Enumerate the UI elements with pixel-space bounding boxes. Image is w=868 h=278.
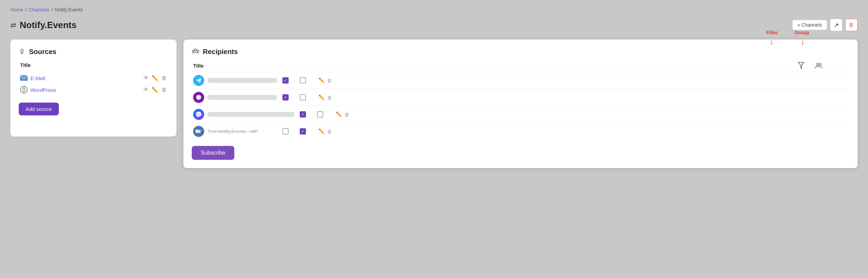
recipient-row-vk: Test Notify.Events - WP ✏️ 🗑 — [192, 123, 849, 140]
view-icon[interactable]: 👁 — [143, 87, 149, 93]
recipient-name-blurred — [208, 78, 277, 83]
group-annotation-label: Group — [795, 30, 809, 35]
sources-col-title: Title — [19, 62, 168, 68]
source-row: E-Mail 👁 ✏️ 🗑 — [19, 72, 168, 84]
recipient-row-messenger: ✏️ 🗑 — [192, 106, 849, 123]
recipient-name-blurred — [208, 95, 277, 100]
subscribe-button[interactable]: Subscribe — [192, 146, 234, 160]
edit-icon[interactable]: ✏️ — [152, 75, 159, 81]
recipients-col-title: Title — [193, 63, 793, 69]
filter-checkbox-checked[interactable] — [282, 77, 289, 84]
svg-point-10 — [819, 63, 821, 66]
source-actions-wordpress: 👁 ✏️ 🗑 — [143, 87, 167, 93]
trash-icon: 🗑 — [849, 22, 854, 28]
source-name-wordpress: WordPress — [20, 86, 56, 94]
source-actions-email: 👁 ✏️ 🗑 — [143, 75, 167, 81]
delete-recipient-icon[interactable]: 🗑 — [327, 78, 332, 84]
delete-recipient-icon[interactable]: 🗑 — [327, 95, 332, 101]
breadcrumb-sep1: / — [25, 7, 27, 12]
back-to-channels-button[interactable]: « Channels — [792, 20, 827, 30]
recipients-panel-title: Recipients — [203, 48, 238, 56]
delete-recipient-icon[interactable]: 🗑 — [344, 112, 350, 118]
recipients-panel: Filter Group ↓ ↓ Recipients Title — [183, 40, 858, 168]
filter-col-header — [793, 62, 810, 69]
recipient-row-actions: ✏️ 🗑 — [311, 128, 332, 134]
edit-recipient-icon[interactable]: ✏️ — [318, 128, 325, 134]
svg-point-6 — [192, 50, 194, 52]
filter-checkbox-checked[interactable] — [282, 94, 289, 101]
breadcrumb-current: Notify.Events — [55, 7, 83, 12]
view-icon[interactable]: 👁 — [143, 75, 149, 81]
group-checkbox-unchecked[interactable] — [317, 111, 323, 118]
recipient-row-viber: ✏️ 🗑 — [192, 89, 849, 106]
wordpress-source-icon — [20, 86, 28, 94]
group-checkbox-messenger[interactable] — [311, 111, 329, 118]
page-title-group: ⇄ Notify.Events — [10, 20, 76, 31]
sources-panel-icon: 🎙 — [19, 48, 26, 56]
source-name-email: E-Mail — [20, 74, 45, 82]
group-col-header — [810, 62, 827, 69]
external-link-icon: ↗ — [834, 22, 839, 28]
filter-checkbox-viber[interactable] — [277, 94, 294, 101]
filter-annotation-label: Filter — [766, 30, 778, 35]
edit-icon[interactable]: ✏️ — [152, 87, 159, 93]
svg-point-2 — [22, 88, 25, 91]
arrows-icon: ⇄ — [10, 21, 16, 29]
group-annotation-arrow: ↓ — [801, 37, 805, 46]
source-name-label: E-Mail — [30, 75, 45, 81]
edit-recipient-icon[interactable]: ✏️ — [318, 77, 325, 84]
recipient-name-vk: Test Notify.Events - WP — [208, 129, 277, 134]
group-checkbox-telegram[interactable] — [294, 77, 311, 84]
group-checkbox-checked[interactable] — [300, 128, 306, 134]
group-checkbox-viber[interactable] — [294, 94, 311, 101]
group-checkbox-vk[interactable] — [294, 128, 311, 134]
filter-checkbox-unchecked[interactable] — [282, 128, 289, 134]
telegram-icon — [193, 75, 204, 86]
source-name-label: WordPress — [30, 87, 56, 93]
breadcrumb-sep2: / — [51, 7, 53, 12]
filter-checkbox-checked[interactable] — [300, 111, 306, 118]
filter-checkbox-messenger[interactable] — [294, 111, 311, 118]
delete-recipient-icon[interactable]: 🗑 — [327, 129, 332, 134]
page-title: Notify.Events — [20, 20, 76, 31]
sources-panel: 🎙 Sources Title E-Mail 👁 ✏️ 🗑 — [10, 40, 177, 137]
group-checkbox-unchecked[interactable] — [300, 77, 306, 84]
recipient-row-telegram: ✏️ 🗑 — [192, 72, 849, 89]
recipient-row-actions: ✏️ 🗑 — [311, 77, 332, 84]
delete-channel-button[interactable]: 🗑 — [845, 19, 858, 31]
open-external-button[interactable]: ↗ — [830, 19, 842, 31]
recipients-panel-icon — [192, 48, 199, 56]
delete-icon[interactable]: 🗑 — [161, 75, 167, 81]
viber-icon — [193, 92, 204, 103]
add-source-button[interactable]: Add source — [19, 103, 59, 115]
messenger-icon — [193, 109, 204, 120]
recipient-row-actions: ✏️ 🗑 — [311, 94, 332, 101]
edit-recipient-icon[interactable]: ✏️ — [318, 94, 325, 101]
recipient-row-actions: ✏️ 🗑 — [329, 111, 350, 118]
recipients-col-headers: Title — [192, 62, 849, 69]
recipient-name-blurred — [208, 112, 294, 117]
svg-marker-8 — [798, 62, 804, 69]
header-actions: « Channels ↗ 🗑 — [792, 19, 858, 31]
delete-icon[interactable]: 🗑 — [161, 87, 167, 93]
page-header: ⇄ Notify.Events « Channels ↗ 🗑 — [10, 19, 858, 31]
edit-recipient-icon[interactable]: ✏️ — [336, 111, 342, 118]
sources-panel-header: 🎙 Sources — [19, 48, 168, 56]
recipients-panel-header: Recipients — [192, 48, 849, 56]
main-content: 🎙 Sources Title E-Mail 👁 ✏️ 🗑 — [10, 40, 858, 168]
svg-point-7 — [197, 50, 199, 52]
breadcrumb: Home / Channels / Notify.Events — [10, 7, 858, 12]
breadcrumb-home[interactable]: Home — [10, 7, 23, 12]
vk-icon — [193, 126, 204, 137]
source-row: WordPress 👁 ✏️ 🗑 — [19, 84, 168, 96]
filter-checkbox-vk[interactable] — [277, 128, 294, 134]
breadcrumb-channels[interactable]: Channels — [29, 7, 49, 12]
group-checkbox-unchecked[interactable] — [300, 94, 306, 101]
filter-annotation-arrow: ↓ — [770, 37, 774, 46]
svg-point-9 — [816, 63, 819, 66]
sources-panel-title: Sources — [29, 48, 56, 56]
svg-point-5 — [195, 49, 197, 51]
filter-checkbox-telegram[interactable] — [277, 77, 294, 84]
email-source-icon — [20, 74, 28, 82]
